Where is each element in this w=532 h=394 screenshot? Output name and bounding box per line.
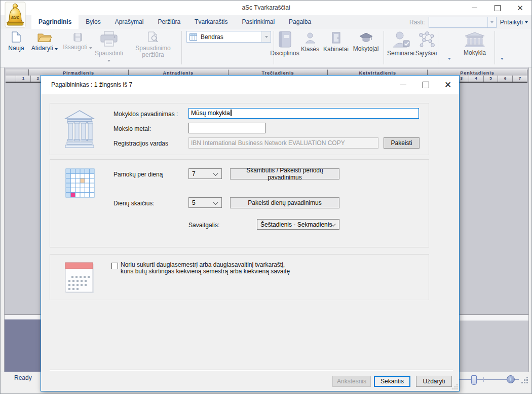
change-registration-button[interactable]: Pakeisti [384, 137, 420, 149]
maximize-icon [423, 82, 429, 88]
school-section: Mokyklos pavadinimas : Mūsų mokykla Moks… [50, 103, 429, 155]
find-dropdown-button[interactable] [487, 17, 496, 27]
school-year-input[interactable] [188, 123, 265, 133]
multiterm-section: Noriu sukurti daugiasemestrį arba daugia… [50, 254, 429, 300]
classes-button[interactable]: Klasės [299, 32, 321, 53]
app-titlebar: aSc Tvarkaraščiai ✕ [0, 0, 532, 15]
new-document-icon [12, 31, 21, 43]
ribbon-separator [438, 31, 438, 64]
group-launcher-arrow-icon[interactable] [448, 58, 451, 60]
dialog-resize-grip-icon[interactable] [451, 383, 458, 389]
text-caret [231, 110, 232, 116]
zoom-control: – + [450, 375, 529, 384]
print-button[interactable]: Spausdinti [92, 31, 126, 63]
dialog-maximize-button[interactable] [414, 76, 437, 94]
next-button[interactable]: Sekantis [374, 376, 410, 387]
timetable-grid-icon [65, 168, 95, 198]
school-name-label: Mokyklos pavadinimas : [113, 111, 178, 118]
timetable-row-header [6, 76, 16, 82]
tab-perziura[interactable]: Peržiūra [150, 15, 187, 29]
close-dialog-button[interactable]: Uždaryti [416, 376, 452, 387]
tab-pagrindinis[interactable]: Pagrindinis [31, 15, 79, 29]
person-icon [305, 32, 316, 44]
print-preview-button[interactable]: Spausdinimo peržiūra [126, 31, 180, 58]
periods-per-day-select[interactable]: 7 [188, 168, 222, 179]
save-button[interactable]: Išsaugoti [62, 33, 93, 51]
tab-pasirinkimai[interactable]: Pasirinkimai [235, 15, 282, 29]
find-input[interactable] [429, 17, 497, 28]
school-button[interactable]: Mokykla [459, 32, 490, 56]
days-count-label: Dienų skaičius: [113, 200, 155, 207]
view-selector[interactable]: Bendras [186, 31, 271, 43]
tab-tvarkarastis[interactable]: Tvarkaraštis [187, 15, 235, 29]
registration-name-field: IBN International Business Network EVALU… [188, 137, 378, 149]
weekend-select[interactable]: Šeštadienis - Sekmadienis [257, 219, 339, 230]
tab-pagalba[interactable]: Pagalba [282, 15, 318, 29]
app-bell-icon[interactable]: aSc [5, 2, 26, 28]
find-label: Rasti: [409, 19, 425, 26]
table-view-icon [189, 33, 197, 41]
window-maximize-button[interactable] [486, 1, 509, 15]
minimize-icon [400, 85, 406, 85]
save-floppy-icon [73, 33, 82, 42]
registration-label: Registracijos vardas [113, 140, 168, 147]
wizard-dialog: Pagalbininkas : 1 žingsnis iš 7 ✕ Mokykl… [41, 75, 460, 391]
classrooms-button[interactable]: Kabinetai [321, 32, 351, 53]
school-year-label: Mokslo metai: [113, 125, 151, 132]
days-count-select[interactable]: 5 [188, 197, 222, 208]
timetable-corner-cell [6, 69, 29, 76]
resize-grip-icon[interactable] [521, 377, 528, 383]
bottom-pane-selected [5, 319, 42, 372]
maximize-icon [495, 5, 501, 11]
rename-days-button[interactable]: Pakeisti dienų pavadinimus [230, 197, 339, 208]
group-launcher-arrow-icon[interactable] [501, 58, 504, 60]
timetable-period-cell: 7 [513, 76, 527, 82]
dialog-title: Pagalbininkas : 1 žingsnis iš 7 [51, 76, 132, 94]
printer-icon [100, 31, 118, 48]
tab-aprasymai[interactable]: Aprašymai [108, 15, 151, 29]
zoom-in-button[interactable]: + [507, 375, 515, 383]
open-folder-icon [37, 32, 52, 43]
zoom-slider-thumb[interactable] [471, 375, 477, 385]
timetable-period-cell: 6 [498, 76, 513, 82]
school-name-input[interactable]: Mūsų mokykla [188, 108, 419, 119]
graduation-cap-icon [359, 32, 373, 43]
ribbon-separator [495, 31, 495, 64]
footer-separator [50, 370, 453, 371]
school-building-icon [464, 32, 485, 47]
print-preview-icon [148, 31, 159, 43]
dialog-minimize-button[interactable] [392, 76, 414, 94]
relations-button[interactable]: Sąryšiai [414, 31, 438, 57]
ribbon-separator [384, 31, 384, 64]
apply-button[interactable]: Pritaikyti [500, 19, 528, 26]
dialog-close-button[interactable]: ✕ [437, 76, 459, 94]
multiterm-checkbox-label[interactable]: Noriu sukurti daugiasemestrį arba daugia… [121, 262, 290, 275]
person-check-icon [392, 31, 410, 48]
app-title: aSc Tvarkaraščiai [0, 0, 532, 15]
previous-button: Ankstesnis [332, 376, 371, 387]
network-icon [417, 31, 435, 48]
open-button[interactable]: Atidaryti [27, 32, 62, 52]
subjects-button[interactable]: Disciplinos [267, 31, 303, 57]
chevron-down-icon [213, 200, 218, 205]
weekend-label: Savaitgalis: [188, 222, 219, 229]
ribbon-separator [181, 31, 182, 64]
tab-bylos[interactable]: Bylos [79, 15, 107, 29]
teachers-button[interactable]: Mokytojai [351, 32, 381, 52]
seminars-button[interactable]: Seminarai [387, 31, 414, 57]
window-minimize-button[interactable] [463, 1, 486, 15]
close-icon: ✕ [444, 81, 451, 89]
book-icon [278, 31, 292, 48]
view-selector-value: Bendras [201, 33, 223, 41]
timetable-period-cell: 1 [16, 76, 31, 82]
window-close-button[interactable]: ✕ [509, 1, 531, 15]
chevron-down-icon[interactable] [107, 60, 110, 62]
ribbon: Nauja Atidaryti Išsaugoti Spausdinti [0, 29, 532, 68]
calendar-icon [64, 261, 95, 294]
schedule-section: Pamokų per dieną 7 Skambutis / Pakeisti … [50, 159, 429, 247]
multiterm-checkbox[interactable] [111, 263, 118, 269]
periods-per-day-label: Pamokų per dieną [113, 171, 163, 178]
chevron-down-icon [55, 48, 58, 50]
new-button[interactable]: Nauja [5, 31, 27, 52]
bells-rename-periods-button[interactable]: Skambutis / Pakeisti periodų pavadinimus [230, 168, 339, 180]
